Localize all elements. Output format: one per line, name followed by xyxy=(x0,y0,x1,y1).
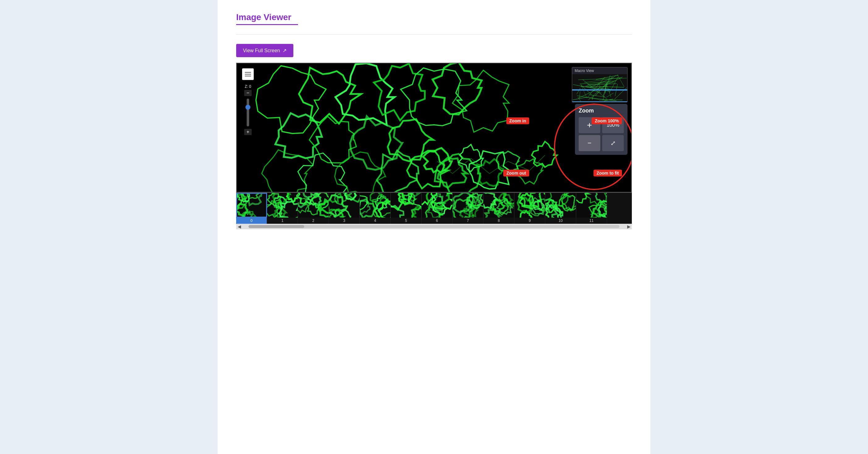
fullscreen-button[interactable]: View Full Screen ↗ xyxy=(236,44,293,57)
hamburger-icon xyxy=(245,72,251,73)
thumbnail-label: 9 xyxy=(515,218,545,224)
thumbnail-label: 11 xyxy=(576,218,607,224)
thumbnail-item[interactable] xyxy=(236,193,267,218)
z-slider-track[interactable] xyxy=(247,99,249,126)
fullscreen-label: View Full Screen xyxy=(243,48,280,54)
zoom-out-button[interactable]: − xyxy=(579,135,600,151)
macro-view-title: Macro View xyxy=(572,67,627,74)
scroll-left-arrow[interactable]: ◀ xyxy=(236,224,242,229)
thumbnail-item[interactable] xyxy=(453,193,484,218)
scroll-right-arrow[interactable]: ▶ xyxy=(626,224,632,229)
thumbnail-canvas xyxy=(545,193,576,218)
zoom-fit-button[interactable]: ⤢ xyxy=(602,135,624,151)
z-plus-button[interactable]: + xyxy=(244,129,252,135)
thumbnail-label: 1 xyxy=(267,218,298,224)
thumbnail-item[interactable] xyxy=(545,193,576,218)
thumbnail-label-row: 01234567891011 xyxy=(236,218,632,224)
thumbnail-canvas xyxy=(484,193,515,218)
zoom-fit-icon: ⤢ xyxy=(611,139,616,147)
thumbnails-strip: 01234567891011 xyxy=(236,193,632,224)
thumbnail-canvas xyxy=(360,193,391,218)
divider-line xyxy=(236,34,632,35)
thumbnail-canvas xyxy=(453,193,484,218)
thumbnail-item[interactable] xyxy=(329,193,360,218)
thumbnail-item[interactable] xyxy=(360,193,391,218)
thumbnail-item[interactable] xyxy=(484,193,515,218)
thumbnail-canvas xyxy=(298,193,329,218)
image-viewer[interactable]: Z: 0 − + xyxy=(236,63,632,193)
thumbnail-canvas xyxy=(576,193,607,218)
thumbnail-canvas xyxy=(422,193,453,218)
page-title: Image Viewer xyxy=(236,12,632,22)
scrollbar-track[interactable] xyxy=(249,225,619,228)
thumbnail-canvas xyxy=(391,193,422,218)
thumbnail-label: 7 xyxy=(453,218,484,224)
thumbnail-label: 0 xyxy=(236,218,267,224)
thumbnail-item[interactable] xyxy=(298,193,329,218)
zoom-panel-title: Zoom xyxy=(579,107,624,114)
macro-view-panel: Macro View xyxy=(572,67,627,102)
z-slider-thumb[interactable] xyxy=(245,105,250,110)
thumbnail-label: 5 xyxy=(391,218,422,224)
z-label: Z: 0 xyxy=(245,85,251,89)
thumbnail-canvas xyxy=(329,193,360,218)
page-wrapper: Image Viewer View Full Screen ↗ Z: 0 − xyxy=(218,0,650,454)
zoom-panel: Zoom + 100% − ⤢ xyxy=(575,104,627,155)
thumbnail-item[interactable] xyxy=(576,193,607,218)
thumbnail-label: 2 xyxy=(298,218,329,224)
thumbnail-canvas xyxy=(515,193,545,218)
thumbnail-item[interactable] xyxy=(515,193,545,218)
z-slider-section: Z: 0 − + xyxy=(242,83,254,137)
thumbnail-item[interactable] xyxy=(391,193,422,218)
zoom-in-button[interactable]: + xyxy=(579,117,600,133)
thumbnails-row xyxy=(236,193,632,218)
thumbnail-item[interactable] xyxy=(422,193,453,218)
thumbnail-label: 8 xyxy=(484,218,515,224)
scrollbar-area[interactable]: ◀ ▶ xyxy=(236,224,632,229)
thumbnail-canvas xyxy=(267,193,298,218)
zoom-controls-grid: + 100% − ⤢ xyxy=(579,117,624,151)
hamburger-icon xyxy=(245,76,251,76)
fullscreen-icon: ↗ xyxy=(282,47,286,54)
thumbnail-label: 10 xyxy=(545,218,576,224)
macro-view-image xyxy=(572,74,627,102)
left-toolbar: Z: 0 − + xyxy=(242,68,254,150)
macro-canvas xyxy=(572,74,627,102)
menu-button[interactable] xyxy=(242,68,254,80)
macro-blue-line xyxy=(572,101,627,102)
thumbnail-item[interactable] xyxy=(267,193,298,218)
thumbnail-canvas xyxy=(237,194,267,218)
scrollbar-thumb[interactable] xyxy=(249,225,304,228)
thumbnail-label: 6 xyxy=(422,218,453,224)
thumbnail-label: 4 xyxy=(360,218,391,224)
thumbnail-label: 3 xyxy=(329,218,360,224)
hamburger-icon xyxy=(245,74,251,74)
title-underline xyxy=(236,24,298,25)
grid-button[interactable] xyxy=(243,140,253,150)
z-minus-button[interactable]: − xyxy=(244,90,252,96)
zoom-100-button[interactable]: 100% xyxy=(602,117,624,133)
